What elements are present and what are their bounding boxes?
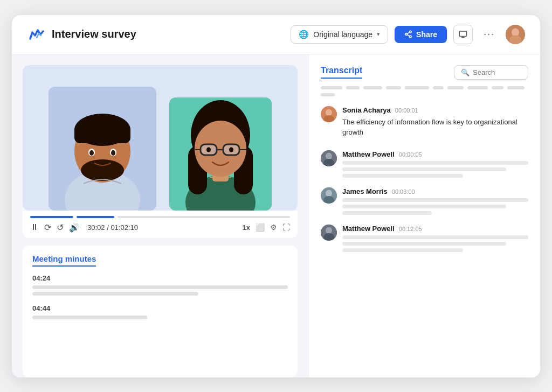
meeting-minutes-title: Meeting minutes xyxy=(32,254,96,267)
svg-point-11 xyxy=(513,29,518,36)
share-button[interactable]: Share xyxy=(395,26,447,43)
skel-h1 xyxy=(321,86,342,89)
search-icon: 🔍 xyxy=(461,68,470,76)
avatar-matthew1 xyxy=(321,150,337,166)
entry-name-matthew2: Matthew Powell xyxy=(342,225,395,233)
screen-share-button[interactable] xyxy=(453,25,473,44)
video-participants xyxy=(23,87,298,211)
skel-h5 xyxy=(405,86,429,89)
more-options-button[interactable]: ··· xyxy=(479,26,499,42)
entry-time-sonia: 00:00:01 xyxy=(395,107,418,114)
entry-header-sonia: Sonia Acharya 00:00:01 xyxy=(342,106,528,114)
language-label: Original language xyxy=(313,30,372,39)
svg-rect-5 xyxy=(459,31,466,36)
skel-h8 xyxy=(467,86,488,89)
rewind-button[interactable]: ⟳ xyxy=(44,222,51,233)
entry-name-sonia: Sonia Acharya xyxy=(342,106,391,114)
participant-frame-female xyxy=(169,97,272,211)
entry-content-matthew2: Matthew Powell 00:12:05 xyxy=(342,225,528,252)
participant-male xyxy=(49,87,156,211)
captions-button[interactable]: ⬜ xyxy=(256,223,265,232)
progress-bar[interactable] xyxy=(30,216,290,218)
skel-h4 xyxy=(386,86,401,89)
entry-skel-matthew1 xyxy=(342,161,528,178)
entry-time-matthew1: 00:00:05 xyxy=(399,151,422,158)
playback-time: 30:02 / 01:02:10 xyxy=(87,223,138,232)
skel-h6 xyxy=(433,86,444,89)
participant-female xyxy=(169,97,272,211)
settings-button[interactable]: ⚙ xyxy=(270,223,277,232)
entry-content-sonia: Sonia Acharya 00:00:01 The efficiency of… xyxy=(342,106,528,141)
matthew1-avatar-svg xyxy=(321,150,337,166)
minutes-item-2: 04:44 xyxy=(32,304,288,319)
svg-point-38 xyxy=(326,109,332,116)
transcript-entry-matthew1: Matthew Powell 00:00:05 xyxy=(321,150,528,178)
fullscreen-button[interactable]: ⛶ xyxy=(282,223,290,232)
search-box[interactable]: 🔍 xyxy=(454,65,528,80)
entry-skel-james xyxy=(342,198,528,215)
search-input[interactable] xyxy=(473,68,521,76)
volume-button[interactable]: 🔊 xyxy=(69,222,80,233)
entry-content-matthew1: Matthew Powell 00:00:05 xyxy=(342,150,528,178)
entry-text-sonia: The efficiency of information flow is ke… xyxy=(342,117,528,138)
minutes-skel-1b xyxy=(32,292,198,296)
skel-h2 xyxy=(346,86,360,89)
user-avatar[interactable] xyxy=(506,25,525,44)
progress-segment-2 xyxy=(77,216,114,218)
minutes-time-1: 04:24 xyxy=(32,274,288,282)
video-area xyxy=(23,65,298,211)
avatar-sonia xyxy=(321,106,337,122)
sonia-avatar-svg xyxy=(321,106,337,122)
transcript-scroll: Sonia Acharya 00:00:01 The efficiency of… xyxy=(321,106,528,367)
transcript-entry-matthew2: Matthew Powell 00:12:05 xyxy=(321,225,528,252)
app-container: Interview survey 🌐 Original language ▾ S… xyxy=(12,15,540,377)
globe-icon: 🌐 xyxy=(299,30,309,39)
speed-button[interactable]: 1x xyxy=(243,223,250,232)
main-content: ⏸ ⟳ ↺ 🔊 30:02 / 01:02:10 1x ⬜ ⚙ ⛶ Meetin… xyxy=(12,54,540,377)
player-controls: ⏸ ⟳ ↺ 🔊 30:02 / 01:02:10 1x ⬜ ⚙ ⛶ xyxy=(23,211,298,238)
entry-content-james: James Morris 00:03:00 xyxy=(342,187,528,215)
avatar-james xyxy=(321,187,337,204)
transcript-entry-james: James Morris 00:03:00 xyxy=(321,187,528,215)
svg-point-36 xyxy=(229,147,233,152)
progress-segment-1 xyxy=(30,216,73,218)
app-title: Interview survey xyxy=(52,28,136,40)
minutes-skel-2a xyxy=(32,316,147,319)
meeting-minutes-panel: Meeting minutes 04:24 04:44 xyxy=(23,246,298,377)
svg-point-47 xyxy=(326,227,332,234)
svg-point-22 xyxy=(111,150,115,156)
svg-point-18 xyxy=(81,159,124,181)
entry-header-james: James Morris 00:03:00 xyxy=(342,187,528,195)
left-panel: ⏸ ⟳ ↺ 🔊 30:02 / 01:02:10 1x ⬜ ⚙ ⛶ Meetin… xyxy=(12,54,308,377)
james-avatar-svg xyxy=(321,187,337,204)
share-label: Share xyxy=(416,30,437,39)
participant-frame-male xyxy=(49,87,156,211)
entry-time-james: 00:03:00 xyxy=(392,188,415,195)
share-icon xyxy=(404,30,412,38)
minutes-skel-1a xyxy=(32,285,288,289)
monitor-icon xyxy=(459,30,467,39)
skel-h11 xyxy=(321,93,335,96)
svg-point-21 xyxy=(89,150,94,156)
avatar-svg xyxy=(506,25,525,44)
male-person-svg xyxy=(49,87,156,211)
skel-h3 xyxy=(363,86,382,89)
skel-h7 xyxy=(447,86,464,89)
entry-header-matthew2: Matthew Powell 00:12:05 xyxy=(342,225,528,233)
entry-header-matthew1: Matthew Powell 00:00:05 xyxy=(342,150,528,158)
controls-row: ⏸ ⟳ ↺ 🔊 30:02 / 01:02:10 1x ⬜ ⚙ ⛶ xyxy=(30,222,290,233)
svg-line-3 xyxy=(407,34,409,36)
pause-button[interactable]: ⏸ xyxy=(30,222,39,232)
header-logo: Interview survey xyxy=(27,25,136,44)
language-dropdown[interactable]: 🌐 Original language ▾ xyxy=(291,25,388,44)
avatar-matthew2 xyxy=(321,225,337,241)
forward-button[interactable]: ↺ xyxy=(57,222,64,233)
transcript-entry-sonia: Sonia Acharya 00:00:01 The efficiency of… xyxy=(321,106,528,141)
transcript-title: Transcript xyxy=(321,66,362,79)
entry-time-matthew2: 00:12:05 xyxy=(399,226,422,232)
matthew2-avatar-svg xyxy=(321,225,337,241)
minutes-time-2: 04:44 xyxy=(32,304,288,312)
female-person-svg xyxy=(169,97,272,211)
svg-point-44 xyxy=(326,190,332,197)
avatar-image xyxy=(506,25,525,44)
